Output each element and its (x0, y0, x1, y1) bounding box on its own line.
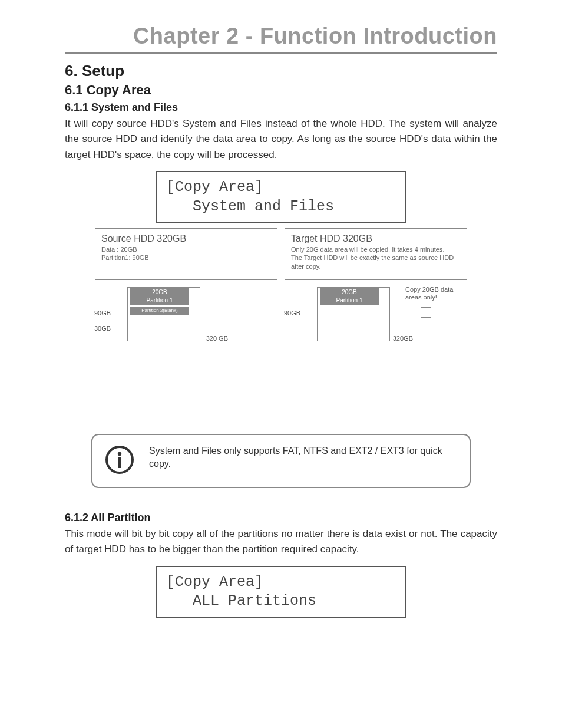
target-callout-text: Copy 20GB data areas only! (405, 286, 464, 301)
paragraph-system-and-files: It will copy source HDD's System and Fil… (65, 116, 497, 163)
heading-copy-area: 6.1 Copy Area (65, 83, 497, 98)
source-disk-outline: 320 GB (127, 287, 200, 341)
source-total-label: 320 GB (206, 335, 228, 342)
lcd2-line-1: [Copy Area] (166, 573, 396, 592)
source-hdd-sub2: Partition1: 90GB (101, 253, 271, 262)
source-hdd-title: Source HDD 320GB (101, 233, 271, 244)
target-hdd-card: Target HDD 320GB Only 20G data area will… (285, 228, 467, 417)
heading-system-and-files: 6.1.1 System and Files (65, 101, 497, 114)
source-hdd-sub1: Data : 20GB (101, 245, 271, 253)
svg-point-1 (118, 452, 121, 456)
source-hdd-card: Source HDD 320GB Data : 20GB Partition1:… (95, 228, 277, 417)
hdd-diagram-row: Source HDD 320GB Data : 20GB Partition1:… (65, 228, 497, 417)
chapter-title: Chapter 2 - Function Introduction (65, 24, 497, 54)
target-disk-outline: 320GB (317, 287, 390, 341)
source-left-label-2: 30GB (94, 325, 111, 332)
info-note-box: System and Files only supports FAT, NTFS… (91, 434, 471, 488)
target-hdd-title: Target HDD 320GB (291, 233, 461, 244)
info-note-text: System and Files only supports FAT, NTFS… (149, 444, 458, 471)
heading-all-partition: 6.1.2 All Partition (65, 512, 497, 524)
paragraph-all-partition: This mode will bit by bit copy all of th… (65, 526, 497, 558)
lcd-line-2: System and Files (166, 197, 396, 217)
lcd-display-copy-area-all: [Copy Area] ALL Partitions (156, 566, 406, 618)
target-total-label: 320GB (393, 335, 413, 342)
heading-setup: 6. Setup (65, 62, 497, 80)
target-hdd-illustration: 320GB 90GB 20GB Partition 1 (309, 287, 409, 306)
target-callout-box (421, 307, 431, 318)
source-hdd-illustration: 320 GB 90GB 30GB 20GB Partition 1 Partit… (119, 287, 219, 315)
target-hdd-sub1: Only 20G data area will be copied, It ta… (291, 245, 461, 253)
lcd-display-copy-area-system: [Copy Area] System and Files (156, 171, 406, 223)
target-hdd-sub2: The Target HDD will be exactly the same … (291, 253, 461, 271)
lcd-line-1: [Copy Area] (166, 178, 396, 197)
svg-rect-2 (118, 457, 121, 468)
lcd2-line-2: ALL Partitions (166, 592, 396, 611)
source-left-label-1: 90GB (94, 309, 111, 317)
info-icon (104, 444, 135, 477)
target-left-label-1: 90GB (284, 309, 300, 317)
